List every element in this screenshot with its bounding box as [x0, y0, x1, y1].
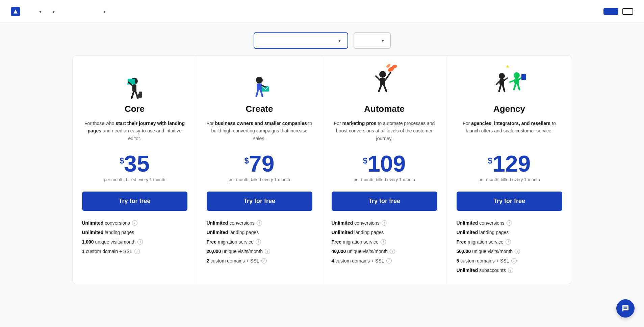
- plan-description: For those who start their journey with l…: [82, 120, 187, 144]
- svg-point-11: [256, 77, 263, 83]
- currency-select[interactable]: ▾: [354, 32, 391, 49]
- price-period: per month, billed every 1 month: [332, 177, 437, 182]
- plan-description: For marketing pros to automate processes…: [332, 120, 437, 144]
- info-icon[interactable]: i: [511, 258, 517, 263]
- price-dollar: $: [488, 152, 492, 166]
- info-icon[interactable]: i: [257, 220, 262, 226]
- info-icon[interactable]: i: [381, 239, 386, 245]
- feature-item: Unlimited landing pages: [457, 230, 562, 235]
- try-for-free-button-create[interactable]: Try for free: [207, 192, 312, 211]
- feature-item: Free migration service i: [457, 239, 562, 245]
- info-icon[interactable]: i: [134, 249, 140, 254]
- svg-marker-0: [14, 9, 18, 14]
- svg-point-32: [514, 72, 520, 78]
- info-icon[interactable]: i: [386, 258, 392, 263]
- svg-line-37: [518, 84, 519, 90]
- feature-item: Unlimited conversions i: [82, 220, 187, 226]
- svg-point-26: [499, 73, 505, 79]
- plan-description: For business owners and smaller companie…: [207, 120, 312, 144]
- logo[interactable]: [11, 7, 23, 16]
- nav-item-case-studies[interactable]: [60, 9, 68, 14]
- price-period: per month, billed every 1 month: [82, 177, 187, 182]
- feature-item: 40,000 unique visits/month i: [332, 249, 437, 254]
- nav-item-quick-tour[interactable]: [79, 9, 87, 14]
- nav-item-solutions[interactable]: ▾: [47, 6, 59, 17]
- info-icon[interactable]: i: [137, 239, 143, 245]
- features-list: Unlimited conversions i Unlimited landin…: [73, 220, 197, 254]
- svg-rect-12: [257, 83, 262, 90]
- feature-item: Unlimited landing pages: [207, 230, 312, 235]
- info-icon[interactable]: i: [515, 249, 520, 254]
- svg-line-34: [510, 80, 514, 82]
- feature-item: Unlimited conversions i: [457, 220, 562, 226]
- plan-illustration-create: [197, 56, 322, 100]
- features-list: Unlimited conversions i Unlimited landin…: [197, 220, 322, 263]
- nav-item-blog[interactable]: [88, 9, 97, 14]
- feature-item: Unlimited subaccounts i: [457, 268, 562, 273]
- svg-line-25: [384, 85, 386, 91]
- logo-icon: [11, 7, 20, 16]
- info-icon[interactable]: i: [506, 239, 511, 245]
- try-for-free-button-agency[interactable]: Try for free: [457, 192, 562, 211]
- nav-item-product[interactable]: ▾: [34, 6, 46, 17]
- svg-point-17: [379, 71, 386, 78]
- plan-price: $ 79: [207, 152, 312, 175]
- price-dollar: $: [363, 152, 367, 166]
- feature-item: 2 custom domains + SSL i: [207, 258, 312, 263]
- nav-links: ▾ ▾ ▾: [34, 6, 599, 17]
- svg-rect-9: [138, 94, 142, 96]
- feature-item: 20,000 unique visits/month i: [207, 249, 312, 254]
- plan-name: Core: [82, 104, 187, 114]
- svg-rect-33: [514, 78, 519, 84]
- svg-line-31: [503, 85, 505, 91]
- info-icon[interactable]: i: [132, 220, 137, 226]
- feature-item: Unlimited conversions i: [207, 220, 312, 226]
- plan-card-core: Core For those who start their journey w…: [72, 55, 197, 284]
- chevron-down-icon: ▾: [103, 9, 106, 14]
- feature-item: 50,000 unique visits/month i: [457, 249, 562, 254]
- price-period: per month, billed every 1 month: [457, 177, 562, 182]
- try-for-free-button-core[interactable]: Try for free: [82, 192, 187, 211]
- plan-price: $ 109: [332, 152, 437, 175]
- price-amount: 109: [367, 152, 406, 175]
- plan-illustration-automate: [322, 56, 447, 100]
- billing-period-select[interactable]: ▾: [254, 32, 348, 49]
- feature-item: Unlimited landing pages: [332, 230, 437, 235]
- info-icon[interactable]: i: [256, 239, 261, 245]
- price-amount: 79: [249, 152, 275, 175]
- info-icon[interactable]: i: [390, 249, 395, 254]
- feature-item: Free migration service i: [207, 239, 312, 245]
- info-icon[interactable]: i: [382, 220, 387, 226]
- billing-controls: ▾ ▾: [0, 23, 644, 55]
- currency-chevron-icon: ▾: [382, 38, 384, 43]
- features-list: Unlimited conversions i Unlimited landin…: [447, 220, 572, 273]
- try-for-free-button-automate[interactable]: Try for free: [332, 192, 437, 211]
- plan-name: Create: [207, 104, 312, 114]
- nav-item-pricing[interactable]: [70, 9, 78, 14]
- nav-item-help[interactable]: ▾: [98, 6, 110, 17]
- svg-line-22: [376, 76, 380, 80]
- feature-item: 4 custom domains + SSL i: [332, 258, 437, 263]
- navigation: ▾ ▾ ▾: [0, 0, 644, 23]
- svg-rect-10: [139, 92, 142, 94]
- start-trial-button[interactable]: [603, 8, 618, 15]
- features-list: Unlimited conversions i Unlimited landin…: [322, 220, 447, 263]
- info-icon[interactable]: i: [265, 249, 270, 254]
- feature-item: Unlimited landing pages: [82, 230, 187, 235]
- svg-line-30: [499, 85, 501, 91]
- svg-line-13: [256, 90, 258, 96]
- info-icon[interactable]: i: [261, 258, 267, 263]
- plan-price: $ 35: [82, 152, 187, 175]
- pricing-grid: Core For those who start their journey w…: [72, 55, 572, 284]
- language-button[interactable]: [622, 8, 633, 15]
- feature-item: 5 custom domains + SSL i: [457, 258, 562, 263]
- svg-rect-38: [521, 74, 526, 80]
- info-icon[interactable]: i: [507, 220, 512, 226]
- svg-line-29: [504, 78, 507, 80]
- plan-illustration-agency: [447, 56, 572, 100]
- plan-illustration-core: [73, 56, 197, 100]
- plan-name: Agency: [457, 104, 562, 114]
- svg-line-36: [514, 84, 516, 90]
- chevron-down-icon: ▾: [39, 9, 42, 14]
- info-icon[interactable]: i: [508, 268, 513, 273]
